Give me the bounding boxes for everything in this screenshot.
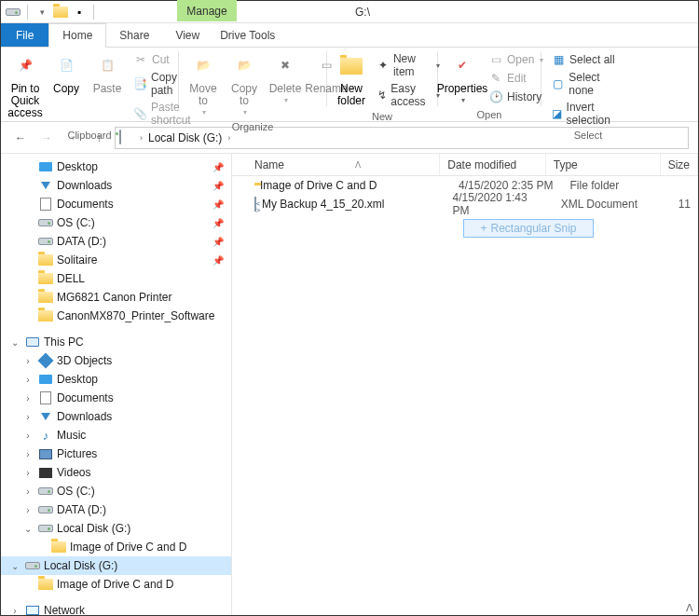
tree-item[interactable]: ›Desktop bbox=[1, 370, 231, 389]
expand-icon[interactable]: › bbox=[21, 486, 34, 497]
column-name[interactable]: Nameᐱ bbox=[247, 154, 440, 175]
open-group-label: Open bbox=[444, 107, 535, 122]
rectangular-snip-overlay: + Rectangular Snip bbox=[463, 219, 594, 238]
pin-quick-access-button[interactable]: 📌 Pin to Quick access bbox=[7, 49, 44, 122]
copy-button[interactable]: 📄 Copy bbox=[48, 49, 85, 97]
tree-item[interactable]: Desktop📌 bbox=[1, 157, 231, 176]
column-type[interactable]: Type bbox=[546, 154, 661, 175]
new-folder-button[interactable]: New folder bbox=[333, 49, 370, 109]
properties-button[interactable]: ✔ Properties▾ bbox=[444, 49, 481, 107]
pin-icon: 📌 bbox=[212, 218, 224, 228]
tree-item-label: Solitaire bbox=[57, 253, 97, 267]
down-icon bbox=[38, 409, 53, 424]
tree-item[interactable]: ›DATA (D:) bbox=[1, 500, 231, 519]
edit-button[interactable]: ✎Edit bbox=[485, 70, 547, 87]
file-type: File folder bbox=[563, 179, 683, 192]
desktop-icon bbox=[38, 159, 53, 174]
recent-dropdown[interactable]: ▾ bbox=[62, 128, 83, 148]
properties-qat-icon[interactable]: ▪ bbox=[71, 4, 88, 21]
drive-tools-tab[interactable]: Drive Tools bbox=[207, 23, 288, 47]
tree-item[interactable]: ⌄Local Disk (G:) bbox=[1, 556, 231, 575]
column-headers[interactable]: Nameᐱ Date modified Type Size bbox=[232, 154, 698, 176]
tree-item[interactable]: Image of Drive C and D bbox=[1, 538, 231, 556]
history-icon: 🕑 bbox=[488, 89, 503, 104]
home-tab[interactable]: Home bbox=[48, 23, 106, 48]
expand-icon[interactable]: › bbox=[21, 468, 34, 478]
file-tab[interactable]: File bbox=[1, 23, 48, 47]
tree-item[interactable]: ⌄Local Disk (G:) bbox=[1, 519, 231, 538]
tree-item[interactable]: OS (C:)📌 bbox=[1, 213, 231, 232]
file-row[interactable]: My Backup 4_15_20.xml4/15/2020 1:43 PMXM… bbox=[232, 195, 698, 213]
tree-item-label: Network bbox=[44, 604, 85, 616]
share-tab[interactable]: Share bbox=[106, 23, 162, 47]
select-none-button[interactable]: ▢Select none bbox=[547, 70, 629, 98]
tree-item[interactable]: DELL bbox=[1, 269, 231, 288]
open-button[interactable]: ▭Open▾ bbox=[485, 51, 547, 68]
drive-icon bbox=[38, 502, 53, 517]
manage-tab[interactable]: Manage bbox=[177, 0, 237, 21]
easy-access-icon: ↯ bbox=[377, 88, 387, 103]
tree-item[interactable]: ›Downloads bbox=[1, 407, 231, 426]
expand-icon[interactable]: › bbox=[8, 606, 21, 616]
select-all-button[interactable]: ▦Select all bbox=[547, 51, 629, 68]
expand-icon[interactable]: ⌄ bbox=[8, 561, 21, 571]
content-pane[interactable]: Nameᐱ Date modified Type Size Image of D… bbox=[232, 154, 698, 616]
tree-item[interactable]: ›♪Music bbox=[1, 426, 231, 445]
tree-item[interactable]: ›OS (C:) bbox=[1, 482, 231, 500]
tree-item[interactable]: ›3D Objects bbox=[1, 351, 231, 370]
column-size[interactable]: Size bbox=[661, 154, 698, 175]
new-group-label: New bbox=[333, 109, 432, 124]
forward-button[interactable]: → bbox=[36, 128, 57, 148]
file-date: 4/15/2020 2:35 PM bbox=[451, 179, 563, 192]
music-icon: ♪ bbox=[38, 428, 53, 443]
tree-item[interactable]: MG6821 Canon Printer bbox=[1, 288, 231, 307]
tree-item[interactable]: CanonMX870_Printer_Software bbox=[1, 307, 231, 325]
move-to-button[interactable]: 📂 Move to▾ bbox=[185, 49, 222, 119]
expand-icon[interactable]: › bbox=[21, 375, 34, 385]
tree-item[interactable]: Image of Drive C and D bbox=[1, 575, 231, 594]
down-icon bbox=[38, 178, 53, 193]
paste-button[interactable]: 📋 Paste bbox=[89, 49, 126, 97]
expand-icon[interactable]: › bbox=[21, 505, 34, 515]
expand-icon[interactable]: › bbox=[21, 393, 34, 404]
drive-icon bbox=[38, 234, 53, 249]
new-item-button[interactable]: ✦New item▾ bbox=[374, 51, 444, 79]
copy-path-icon: 📑 bbox=[133, 76, 147, 91]
folder-icon bbox=[38, 577, 53, 592]
invert-selection-button[interactable]: ◪Invert selection bbox=[547, 100, 629, 128]
column-date[interactable]: Date modified bbox=[440, 154, 546, 175]
expand-icon[interactable]: › bbox=[21, 412, 34, 422]
navigation-pane[interactable]: Desktop📌Downloads📌Documents📌OS (C:)📌DATA… bbox=[1, 154, 232, 616]
tree-item-label: Local Disk (G:) bbox=[44, 559, 117, 572]
easy-access-button[interactable]: ↯Easy access▾ bbox=[374, 81, 444, 109]
tree-item[interactable]: ⌄This PC bbox=[1, 333, 231, 351]
delete-button[interactable]: ✖ Delete▾ bbox=[267, 49, 304, 107]
expand-icon[interactable]: ⌄ bbox=[8, 337, 21, 348]
tree-item-label: DATA (D:) bbox=[57, 235, 106, 248]
net-icon bbox=[25, 603, 40, 616]
tree-item[interactable]: ›Documents bbox=[1, 389, 231, 407]
tree-item[interactable]: Solitaire📌 bbox=[1, 251, 231, 269]
tree-item-label: Documents bbox=[57, 391, 114, 404]
tree-item[interactable]: ›Videos bbox=[1, 463, 231, 482]
doc-icon bbox=[38, 197, 53, 212]
plus-icon: + bbox=[480, 222, 487, 235]
pin-icon: 📌 bbox=[212, 237, 224, 247]
expand-icon[interactable]: › bbox=[21, 356, 34, 366]
tree-item[interactable]: ›Pictures bbox=[1, 445, 231, 463]
tree-item[interactable]: Documents📌 bbox=[1, 195, 231, 213]
file-type: XML Document bbox=[554, 198, 671, 211]
tree-item-label: DELL bbox=[57, 272, 85, 285]
copy-to-button[interactable]: 📂 Copy to▾ bbox=[226, 49, 263, 119]
history-button[interactable]: 🕑History bbox=[485, 89, 547, 105]
expand-icon[interactable]: ⌄ bbox=[21, 524, 34, 534]
view-tab[interactable]: View bbox=[162, 23, 212, 47]
tree-item[interactable]: ›Network bbox=[1, 601, 231, 616]
tree-item-label: Documents bbox=[57, 198, 114, 211]
expand-icon[interactable]: › bbox=[21, 431, 34, 441]
drive-icon bbox=[5, 4, 21, 21]
qat-dropdown-icon[interactable]: ▾ bbox=[34, 4, 50, 21]
tree-item[interactable]: Downloads📌 bbox=[1, 176, 231, 195]
tree-item[interactable]: DATA (D:)📌 bbox=[1, 232, 231, 251]
expand-icon[interactable]: › bbox=[21, 449, 34, 459]
